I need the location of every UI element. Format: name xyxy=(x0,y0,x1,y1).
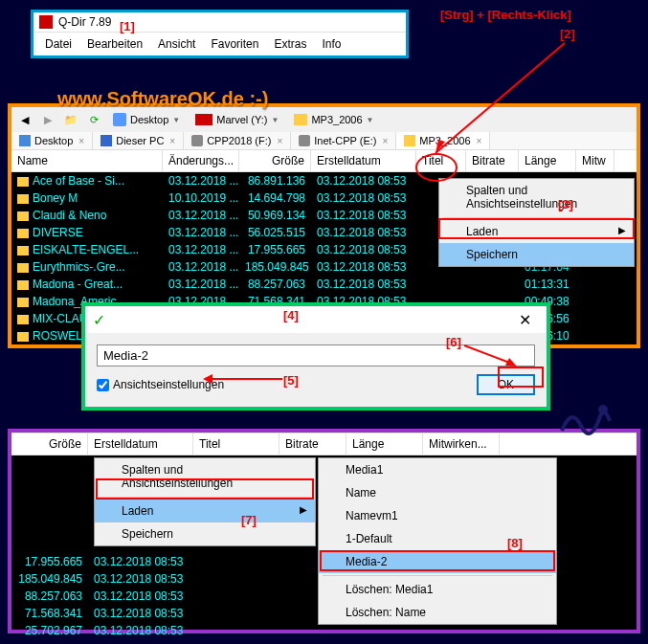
close-icon[interactable]: × xyxy=(382,136,388,146)
save-dialog: ✓ ✕ Ansichtseinstellungen OK xyxy=(81,302,550,411)
folder-icon xyxy=(17,194,29,204)
breadcrumb-mp3[interactable]: MP3_2006 ▼ xyxy=(288,112,379,127)
annotation-hint: [Strg] + [Rechts-Klick] xyxy=(440,8,571,22)
table-row[interactable]: 17.955.66503.12.2018 08:53 xyxy=(11,553,193,570)
desktop-icon xyxy=(19,135,31,146)
ctx-laden[interactable]: Laden ▶ xyxy=(439,220,634,243)
close-icon[interactable]: ✕ xyxy=(511,311,539,329)
titlebar: Q-Dir 7.89 xyxy=(34,12,406,32)
col-size[interactable]: Größe xyxy=(239,150,311,171)
chevron-right-icon: ▶ xyxy=(618,225,626,235)
tabs: Desktop×Dieser PC×CPP2018 (F:)×Inet-CPP … xyxy=(11,132,637,149)
ctx-delete-item[interactable]: Löschen: Name xyxy=(319,601,556,624)
table-row[interactable]: 25.702.96703.12.2018 08:53 xyxy=(11,622,193,639)
menu-datei[interactable]: Datei xyxy=(37,34,79,54)
folder-icon xyxy=(404,135,415,146)
nav-fwd-icon[interactable]: ▶ xyxy=(38,110,57,129)
name-input[interactable] xyxy=(97,344,535,366)
panel-menubar: Q-Dir 7.89 Datei Bearbeiten Ansicht Favo… xyxy=(31,10,409,58)
chevron-right-icon: ▶ xyxy=(300,504,307,515)
folder-icon xyxy=(17,332,29,342)
menu-ansicht[interactable]: Ansicht xyxy=(150,34,203,54)
ctx-item-1-default[interactable]: 1-Default xyxy=(319,527,556,550)
toolbar: ◀ ▶ 📁 ⟳ Desktop ▼ Marvel (Y:) ▼ MP3_2006… xyxy=(11,107,637,132)
ctx-header[interactable]: Spalten und Ansichtseinstellungen xyxy=(95,458,315,495)
col-len[interactable]: Länge xyxy=(346,433,423,455)
tab-inet-cpp-e-[interactable]: Inet-CPP (E:)× xyxy=(291,132,396,149)
ctx-speichern[interactable]: Speichern xyxy=(95,522,315,545)
folder-icon xyxy=(17,229,29,238)
check-icon: ✓ xyxy=(93,311,105,329)
folder-up-icon[interactable]: 📁 xyxy=(61,110,80,129)
table-row[interactable]: 185.049.84503.12.2018 08:53 xyxy=(11,570,193,588)
context-submenu: Media1NameNamevm11-DefaultMedia-2Löschen… xyxy=(318,457,557,625)
chevron-down-icon[interactable]: ▼ xyxy=(367,116,374,124)
context-menu-1: Spalten und Ansichtseinstellungen Laden … xyxy=(438,178,635,267)
menu-info[interactable]: Info xyxy=(314,34,348,54)
folder-icon xyxy=(17,315,29,324)
menu-extras[interactable]: Extras xyxy=(266,34,314,54)
tab-mp3-2006[interactable]: MP3_2006× xyxy=(396,132,490,149)
col-mit[interactable]: Mitw xyxy=(576,150,614,171)
col-titel[interactable]: Titel xyxy=(416,150,466,171)
close-icon[interactable]: × xyxy=(78,136,84,146)
checkbox-input[interactable] xyxy=(97,379,109,391)
ctx-delete-item[interactable]: Löschen: Media1 xyxy=(319,578,556,601)
col-mit[interactable]: Mitwirken... xyxy=(423,433,500,455)
folder-icon xyxy=(17,211,29,221)
ctx-item-namevm1[interactable]: Namevm1 xyxy=(319,504,556,527)
ctx-speichern[interactable]: Speichern xyxy=(439,243,634,266)
close-icon[interactable]: × xyxy=(169,136,175,146)
svg-point-6 xyxy=(598,405,608,414)
column-headers: Name Änderungs... Größe Erstelldatum Tit… xyxy=(11,149,637,172)
close-icon[interactable]: × xyxy=(477,136,482,146)
chevron-down-icon[interactable]: ▼ xyxy=(172,116,180,124)
tab-dieser-pc[interactable]: Dieser PC× xyxy=(93,132,184,149)
tab-desktop[interactable]: Desktop× xyxy=(11,132,93,149)
ctx-item-name[interactable]: Name xyxy=(319,481,556,504)
table-row[interactable]: Madona - Great...03.12.2018 ...88.257.06… xyxy=(11,276,637,293)
col-created[interactable]: Erstelldatum xyxy=(88,433,193,455)
ctx-header[interactable]: Spalten und Ansichtseinstellungen xyxy=(439,179,634,215)
desktop-icon xyxy=(113,113,126,126)
col-created[interactable]: Erstelldatum xyxy=(311,150,416,171)
table-row[interactable]: 88.257.06303.12.2018 08:53 xyxy=(11,588,193,605)
folder-icon xyxy=(294,114,307,125)
chevron-down-icon[interactable]: ▼ xyxy=(271,116,279,124)
ctx-item-media-2[interactable]: Media-2 xyxy=(319,550,556,573)
view-settings-checkbox[interactable]: Ansichtseinstellungen xyxy=(97,378,224,391)
refresh-icon[interactable]: ⟳ xyxy=(84,110,103,129)
app-title: Q-Dir 7.89 xyxy=(58,15,111,29)
drive-icon xyxy=(299,135,310,146)
folder-icon xyxy=(17,177,29,187)
breadcrumb-marvel[interactable]: Marvel (Y:) ▼ xyxy=(190,112,284,127)
col-bitrate[interactable]: Bitrate xyxy=(279,433,346,455)
dialog-titlebar: ✓ ✕ xyxy=(85,306,547,333)
col-bitrate[interactable]: Bitrate xyxy=(466,150,519,171)
folder-icon xyxy=(17,246,29,255)
nav-back-icon[interactable]: ◀ xyxy=(15,110,34,129)
col-date[interactable]: Änderungs... xyxy=(163,150,239,171)
ctx-item-media1[interactable]: Media1 xyxy=(319,458,556,481)
context-menu-2: Spalten und Ansichtseinstellungen Laden … xyxy=(94,457,316,546)
menu-bearbeiten[interactable]: Bearbeiten xyxy=(79,34,150,54)
drive-icon xyxy=(195,114,212,125)
pc-icon xyxy=(101,135,112,146)
col-len[interactable]: Länge xyxy=(519,150,576,171)
folder-icon xyxy=(17,280,29,290)
close-icon[interactable]: × xyxy=(277,136,282,146)
table-row[interactable]: 71.568.34103.12.2018 08:53 xyxy=(11,605,193,622)
column-headers-2: Größe Erstelldatum Titel Bitrate Länge M… xyxy=(11,433,637,455)
folder-icon xyxy=(17,298,29,307)
decoration-squiggle xyxy=(557,402,614,440)
col-titel[interactable]: Titel xyxy=(193,433,279,455)
col-size[interactable]: Größe xyxy=(11,433,88,455)
breadcrumb-desktop[interactable]: Desktop ▼ xyxy=(107,111,186,128)
folder-icon xyxy=(17,263,29,273)
menu-favoriten[interactable]: Favoriten xyxy=(203,34,266,54)
tab-cpp2018-f-[interactable]: CPP2018 (F:)× xyxy=(184,132,291,149)
ok-button[interactable]: OK xyxy=(477,374,535,395)
col-name[interactable]: Name xyxy=(11,150,163,171)
app-icon xyxy=(39,15,53,29)
ctx-laden[interactable]: Laden ▶ xyxy=(95,500,315,522)
